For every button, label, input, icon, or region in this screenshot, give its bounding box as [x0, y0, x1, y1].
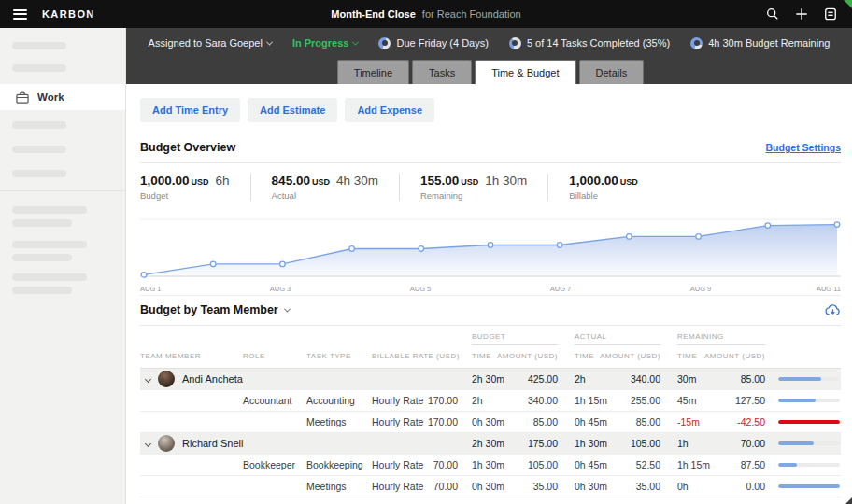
task-row[interactable]: Accountant Accounting Hourly Rate 170.00…	[140, 390, 841, 412]
member-row[interactable]: Andi Ancheta 2h 30m 425.00 2h 340.00 30m…	[140, 369, 841, 390]
stat-currency: USD	[192, 177, 209, 187]
brand-logo: KARBON	[42, 8, 95, 20]
chart-data-point[interactable]	[349, 246, 355, 252]
nav-skeleton	[12, 287, 72, 294]
stat-remaining: 155.00USD1h 30m Remaining	[420, 174, 548, 201]
table-column-header: TEAM MEMBER ROLE TASK TYPE BILLABLE RATE…	[140, 345, 841, 369]
nav-skeleton	[12, 146, 66, 153]
actual-time: 0h 45m	[575, 416, 614, 427]
remaining-time: -15m	[677, 416, 717, 427]
chart-data-point[interactable]	[280, 261, 286, 267]
main-nav-sidebar: Work	[0, 28, 126, 504]
chart-data-point[interactable]	[488, 243, 493, 248]
remaining-time: 45m	[677, 395, 717, 406]
resize-grip	[845, 497, 852, 504]
member-row[interactable]: Richard Snell 2h 30m 175.00 1h 30m 105.0…	[140, 433, 841, 455]
nav-skeleton	[12, 254, 72, 261]
nav-skeleton	[12, 241, 87, 248]
task-type: Accounting	[306, 395, 372, 406]
actual-time: 0h 45m	[575, 459, 614, 470]
search-icon[interactable]	[766, 7, 779, 21]
actual-time: 1h 15m	[575, 395, 614, 406]
actual-amount: 85.00	[636, 416, 660, 427]
tab-details[interactable]: Details	[579, 60, 645, 84]
task-type: Bookkeeping	[306, 459, 372, 470]
remaining-amount: -42.50	[737, 416, 765, 427]
add-time-entry-button[interactable]: Add Time Entry	[140, 98, 240, 122]
task-row[interactable]: Bookkeeper Bookkeeping Hourly Rate 70.00…	[140, 455, 841, 476]
add-expense-button[interactable]: Add Expense	[345, 98, 434, 122]
tab-tasks[interactable]: Tasks	[412, 60, 472, 84]
expand-chevron-icon[interactable]	[145, 375, 151, 382]
stat-label: Billable	[569, 190, 638, 201]
nav-skeleton	[12, 42, 66, 49]
plus-icon[interactable]	[795, 7, 808, 21]
assignee-dropdown[interactable]: Assigned to Sara Goepel	[149, 37, 272, 49]
task-row[interactable]: Review Hourly Rate 70.00 0h 30m 35.00 0h…	[140, 497, 841, 504]
col-task-type: TASK TYPE	[306, 352, 372, 360]
rate-value: 70.00	[433, 481, 458, 492]
time-budget-panel: Add Time EntryAdd EstimateAdd Expense Bu…	[127, 84, 852, 504]
member-name: Andi Ancheta	[182, 373, 243, 385]
status-metric[interactable]: Due Friday (4 Days)	[378, 37, 488, 49]
stat-label: Remaining	[420, 190, 527, 201]
remaining-time: 1h 15m	[677, 459, 717, 470]
team-budget-title[interactable]: Budget by Team Member	[140, 303, 290, 316]
chart-data-point[interactable]	[834, 222, 840, 228]
table-group-header: BUDGET ACTUAL REMAINING	[140, 326, 841, 345]
x-tick-label: AUG 7	[550, 285, 572, 293]
chart-data-point[interactable]	[141, 273, 147, 278]
table-body: Andi Ancheta 2h 30m 425.00 2h 340.00 30m…	[140, 369, 841, 504]
task-row[interactable]: Meetings Hourly Rate 170.00 0h 30m 85.00…	[140, 412, 841, 433]
progress-donut-icon	[509, 37, 521, 49]
chart-data-point[interactable]	[419, 246, 424, 252]
export-button[interactable]	[825, 303, 841, 316]
budget-settings-link[interactable]: Budget Settings	[766, 142, 842, 153]
action-buttons: Add Time EntryAdd EstimateAdd Expense	[140, 98, 841, 122]
budget-amount: 340.00	[528, 395, 558, 406]
stat-amount: 155.00	[420, 174, 459, 188]
nav-skeleton	[12, 170, 66, 177]
task-row[interactable]: Meetings Hourly Rate 70.00 0h 30m 35.00 …	[140, 476, 841, 497]
stat-billable: 1,000.00USD Billable	[569, 174, 659, 201]
avatar	[158, 371, 175, 387]
budget-amount: 85.00	[533, 416, 558, 427]
remaining-time: 30m	[677, 373, 717, 385]
tab-timeline[interactable]: Timeline	[337, 60, 409, 84]
budget-time: 2h 30m	[472, 373, 511, 385]
journal-icon[interactable]	[824, 7, 837, 21]
chart-data-point[interactable]	[696, 234, 702, 240]
team-budget-header: Budget by Team Member	[140, 297, 841, 326]
chevron-down-icon	[284, 305, 291, 312]
stat-time: 4h 30m	[336, 174, 378, 188]
progress-donut-icon	[690, 37, 703, 49]
sidebar-divider	[0, 190, 125, 191]
expand-chevron-icon[interactable]	[145, 440, 151, 446]
group-remaining-label: REMAINING	[677, 332, 765, 345]
top-app-bar: KARBON Month-End Close for Reach Foundat…	[0, 0, 852, 28]
hamburger-menu-icon[interactable]	[13, 7, 27, 21]
briefcase-icon	[16, 91, 29, 104]
avatar	[158, 435, 175, 452]
actual-time: 2h	[575, 373, 614, 385]
col-actual-amount: AMOUNT (USD)	[600, 352, 660, 360]
status-metric[interactable]: 5 of 14 Tasks Completed (35%)	[509, 37, 670, 49]
stat-label: Actual	[272, 190, 378, 201]
status-dropdown[interactable]: In Progress	[292, 37, 359, 49]
chart-data-point[interactable]	[210, 261, 216, 267]
x-tick-label: AUG 9	[690, 285, 712, 293]
work-title-client: for Reach Foundation	[422, 8, 521, 20]
status-metric[interactable]: 4h 30m Budget Remaining	[690, 37, 830, 49]
budget-amount: 35.00	[533, 481, 558, 492]
chart-data-point[interactable]	[765, 223, 771, 229]
chart-data-point[interactable]	[557, 243, 562, 248]
member-role: Bookkeeper	[243, 459, 306, 470]
sidebar-item-work[interactable]: Work	[0, 84, 125, 110]
actual-amount: 340.00	[631, 373, 660, 385]
add-estimate-button[interactable]: Add Estimate	[248, 98, 337, 122]
tab-time-budget[interactable]: Time & Budget	[475, 60, 575, 84]
budget-burnup-chart: AUG 1AUG 3AUG 5AUG 7AUG 9AUG 11	[140, 210, 841, 296]
budget-overview-title: Budget Overview	[140, 141, 235, 154]
chart-data-point[interactable]	[627, 234, 632, 240]
budget-time: 2h 30m	[472, 438, 511, 449]
